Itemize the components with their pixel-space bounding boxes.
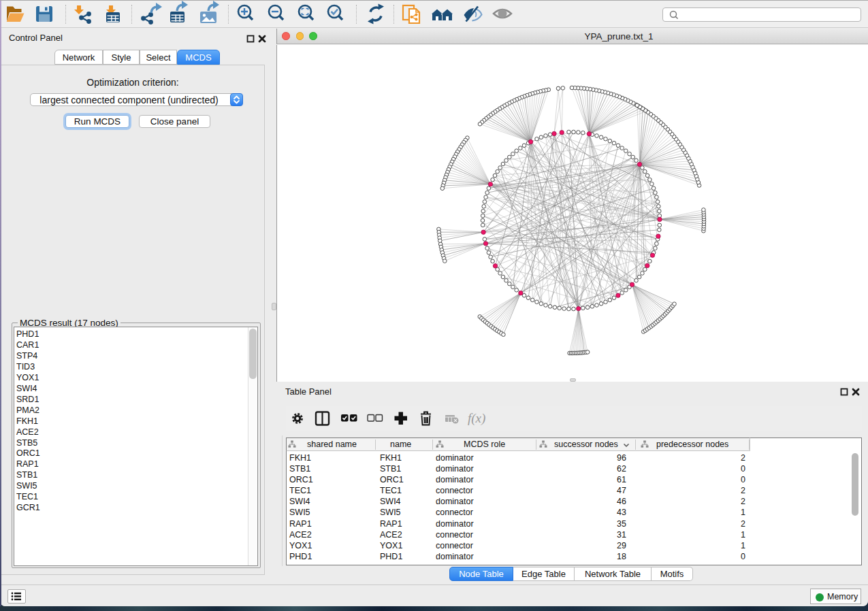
svg-text:f(x): f(x) (468, 411, 485, 426)
